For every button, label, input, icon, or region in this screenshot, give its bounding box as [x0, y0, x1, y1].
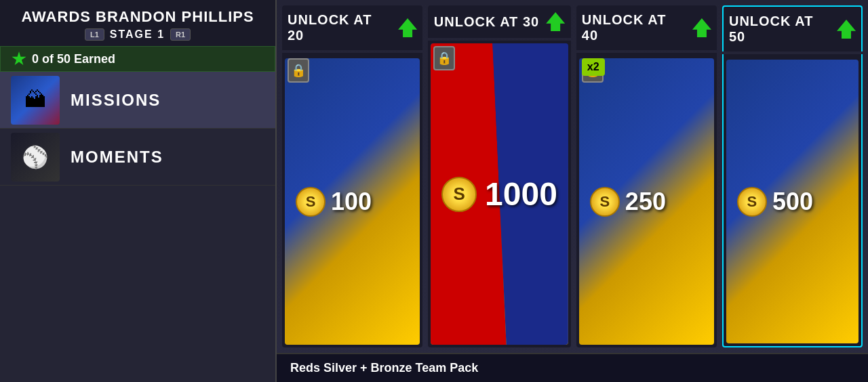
- stubs-icon-500: S: [737, 187, 767, 217]
- unlock-header-40: UNLOCK AT 40: [576, 5, 717, 50]
- missions-icon: [11, 76, 60, 125]
- stubs-amount-500: 500: [772, 188, 813, 216]
- status-bar: Reds Silver + Bronze Team Pack: [277, 353, 868, 382]
- reward-cards-50[interactable]: NO SELL 93 2011 GOLD GLOVE 🧍: [722, 54, 863, 347]
- unlock-label-40: UNLOCK AT 40: [582, 12, 686, 43]
- star-icon: [12, 51, 26, 66]
- reward-col-4: UNLOCK AT 50 NO SELL 93: [722, 5, 863, 347]
- unlock-label-30: UNLOCK AT 30: [434, 14, 539, 30]
- stubs-amount-100: 100: [331, 188, 372, 216]
- rewards-grid: UNLOCK AT 20 C 4 LIVE SERIES PLAYERS MLB…: [277, 0, 868, 353]
- unlock-arrow-20: [398, 18, 417, 37]
- stubs-card-500: S 500: [726, 60, 859, 343]
- unlock-arrow-40: [692, 18, 711, 37]
- main-container: AWARDS BRANDON PHILLIPS L1 STAGE 1 R1 0 …: [0, 0, 868, 382]
- l1-button[interactable]: L1: [85, 28, 104, 41]
- unlock-header-30: UNLOCK AT 30: [428, 5, 571, 38]
- missions-label: MISSIONS: [71, 91, 161, 110]
- stubs-icon-1000: S: [441, 177, 477, 212]
- reward-col-3: UNLOCK AT 40 x2 C 4 LIVE SERIES PLAYERS …: [576, 5, 717, 347]
- stage-row: L1 STAGE 1 R1: [11, 28, 264, 41]
- menu-items: MISSIONS MOMENTS: [0, 72, 275, 382]
- reward-cards-20[interactable]: C 4 LIVE SERIES PLAYERS MLB THE SHOW 20 …: [282, 53, 422, 347]
- unlock-arrow-30: [546, 12, 565, 31]
- earned-text: 0 of 50 Earned: [32, 52, 115, 66]
- awards-title: AWARDS BRANDON PHILLIPS: [11, 8, 264, 26]
- sidebar-item-moments[interactable]: MOMENTS: [0, 129, 275, 186]
- left-panel: AWARDS BRANDON PHILLIPS L1 STAGE 1 R1 0 …: [0, 0, 277, 382]
- reward-cards-40[interactable]: x2 C 4 LIVE SERIES PLAYERS MLB THE SHOW …: [576, 53, 717, 347]
- stubs-1000-card: S 1000: [431, 43, 568, 345]
- missions-icon-bg: [11, 76, 60, 125]
- stubs-card-100: S 100: [285, 58, 420, 345]
- title-section: AWARDS BRANDON PHILLIPS L1 STAGE 1 R1: [0, 0, 275, 46]
- right-panel: UNLOCK AT 20 C 4 LIVE SERIES PLAYERS MLB…: [277, 0, 868, 382]
- stubs-amount-1000: 1000: [485, 175, 557, 213]
- moments-icon-bg: [11, 133, 60, 182]
- status-text: Reds Silver + Bronze Team Pack: [290, 361, 478, 375]
- stubs-icon-100: S: [296, 187, 326, 217]
- lock-icon-20: [288, 58, 309, 83]
- sidebar-item-missions[interactable]: MISSIONS: [0, 72, 275, 129]
- reward-col-2: UNLOCK AT 30 S 1000: [428, 5, 571, 347]
- lock-icon-30: [433, 46, 455, 70]
- stubs-icon-250: S: [590, 187, 620, 217]
- unlock-header-50: UNLOCK AT 50: [722, 5, 863, 51]
- reward-col-1: UNLOCK AT 20 C 4 LIVE SERIES PLAYERS MLB…: [282, 5, 422, 347]
- reward-cards-30[interactable]: S 1000: [428, 41, 571, 347]
- unlock-header-20: UNLOCK AT 20: [282, 5, 422, 50]
- stubs-amount-250: 250: [625, 188, 666, 216]
- r1-button[interactable]: R1: [170, 28, 191, 41]
- stubs-card-250: S 250: [579, 58, 714, 345]
- x2-badge: x2: [582, 58, 605, 76]
- stage-label: STAGE 1: [110, 28, 165, 41]
- unlock-label-20: UNLOCK AT 20: [288, 12, 391, 43]
- earned-bar: 0 of 50 Earned: [0, 46, 275, 72]
- unlock-label-50: UNLOCK AT 50: [729, 14, 830, 45]
- unlock-arrow-50: [837, 20, 856, 39]
- moments-icon: [11, 133, 60, 182]
- moments-label: MOMENTS: [71, 148, 163, 167]
